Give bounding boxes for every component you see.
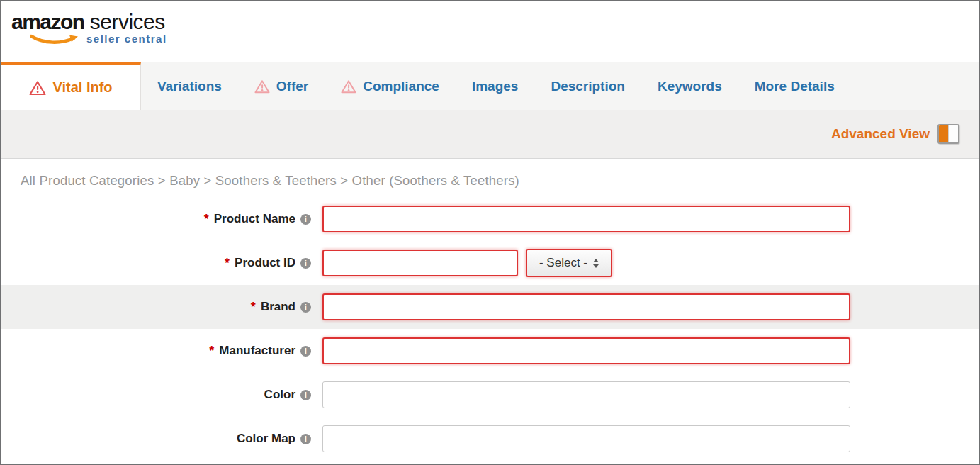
- logo-suffix-text: services: [90, 10, 165, 34]
- required-asterisk: *: [209, 344, 214, 357]
- tab-label: Offer: [276, 79, 308, 94]
- advanced-view-label: Advanced View: [831, 126, 930, 142]
- tab-label: More Details: [755, 79, 835, 94]
- info-icon[interactable]: i: [300, 214, 311, 225]
- select-spinner-icon: [593, 259, 599, 268]
- advanced-view-band: Advanced View: [1, 110, 979, 159]
- product-id-input[interactable]: [322, 250, 518, 276]
- product-id-type-select[interactable]: - Select -: [526, 249, 612, 277]
- tab-bar: Vital Info Variations Offer: [1, 62, 979, 110]
- tab-label: Description: [551, 79, 625, 94]
- tab-label: Compliance: [363, 79, 439, 94]
- tab-offer[interactable]: Offer: [238, 62, 325, 110]
- info-icon[interactable]: i: [300, 258, 311, 269]
- color-map-input[interactable]: [322, 425, 850, 452]
- brand-input[interactable]: [322, 293, 850, 320]
- form-row-product-id: * Product ID i - Select -: [1, 241, 979, 285]
- tab-compliance[interactable]: Compliance: [325, 62, 456, 110]
- info-icon[interactable]: i: [300, 434, 311, 444]
- tab-variations[interactable]: Variations: [141, 62, 238, 110]
- required-asterisk: *: [204, 213, 209, 225]
- info-icon[interactable]: i: [300, 346, 311, 357]
- form-row-color-map: Color Map i: [1, 417, 979, 461]
- tab-keywords[interactable]: Keywords: [641, 62, 738, 110]
- tab-label: Variations: [157, 79, 222, 94]
- advanced-view-toggle[interactable]: [937, 124, 959, 144]
- toggle-on-segment: [939, 125, 948, 142]
- form-row-manufacturer: * Manufacturer i: [1, 329, 979, 373]
- tab-vital-info[interactable]: Vital Info: [1, 62, 141, 110]
- tab-label: Images: [472, 79, 518, 94]
- manufacturer-input[interactable]: [322, 337, 850, 364]
- manufacturer-label: Manufacturer: [219, 344, 295, 358]
- logo-brand-text: amazon: [11, 10, 84, 34]
- select-value: - Select -: [539, 256, 587, 270]
- tab-label: Keywords: [658, 79, 722, 94]
- color-label: Color: [264, 388, 295, 402]
- info-icon[interactable]: i: [300, 302, 311, 313]
- tab-description[interactable]: Description: [534, 62, 641, 110]
- form-row-color: Color i: [1, 373, 979, 417]
- info-icon[interactable]: i: [300, 390, 311, 400]
- warning-triangle-icon: [29, 80, 46, 96]
- color-map-label: Color Map: [237, 432, 295, 446]
- brand-label: Brand: [261, 300, 295, 314]
- amazon-smile-icon: [30, 34, 79, 47]
- form-row-product-name: * Product Name i: [1, 197, 979, 241]
- header: amazon services seller central: [1, 1, 979, 62]
- tab-images[interactable]: Images: [456, 62, 534, 110]
- tab-more-details[interactable]: More Details: [738, 62, 851, 110]
- seller-central-tagline: seller central: [86, 33, 167, 45]
- required-asterisk: *: [251, 301, 256, 313]
- warning-triangle-icon: [341, 79, 356, 94]
- required-asterisk: *: [225, 257, 230, 269]
- toggle-knob: [948, 125, 958, 142]
- color-input[interactable]: [322, 381, 850, 408]
- form-row-brand: * Brand i: [1, 285, 979, 329]
- breadcrumb: All Product Categories > Baby > Soothers…: [21, 173, 979, 189]
- warning-triangle-icon: [254, 79, 270, 94]
- vital-info-panel: All Product Categories > Baby > Soothers…: [1, 159, 979, 461]
- seller-central-page: amazon services seller central Vital Inf…: [0, 0, 980, 465]
- amazon-services-logo: amazon services seller central: [11, 10, 167, 45]
- tab-label: Vital Info: [52, 79, 112, 96]
- product-id-label: Product ID: [235, 256, 295, 270]
- product-name-input[interactable]: [322, 206, 850, 232]
- product-name-label: Product Name: [214, 212, 295, 226]
